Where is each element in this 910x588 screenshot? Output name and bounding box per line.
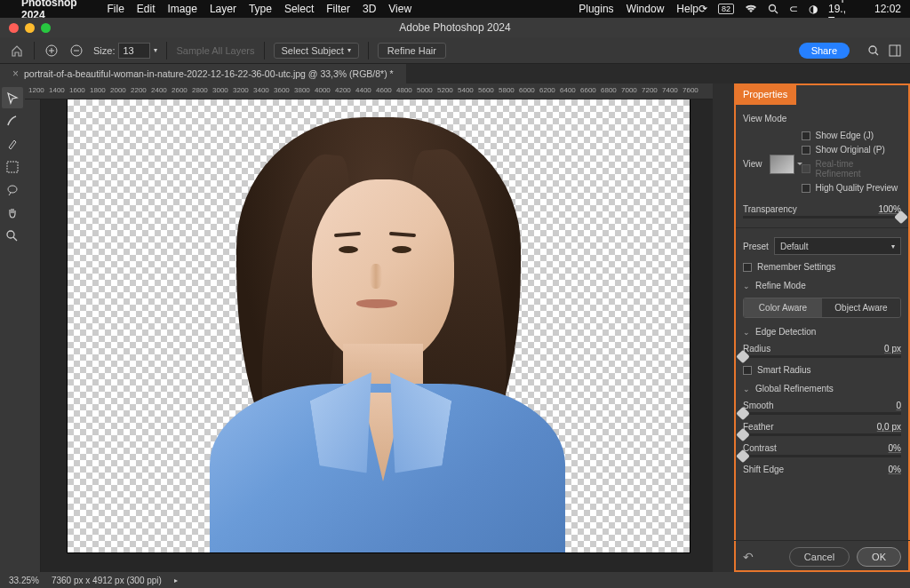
smooth-slider[interactable] (743, 412, 901, 415)
lasso-tool[interactable] (2, 179, 23, 201)
smooth-value[interactable]: 0 (896, 401, 901, 410)
refine-hair-button[interactable]: Refine Hair (378, 43, 446, 59)
status-bar: 33.25% 7360 px x 4912 px (300 ppi) ▸ (0, 572, 910, 588)
canvas-area[interactable] (41, 99, 713, 572)
menu-file[interactable]: File (107, 3, 124, 15)
brush-size-input[interactable] (118, 43, 150, 59)
doc-info-chevron-icon[interactable]: ▸ (174, 576, 178, 584)
menu-3d[interactable]: 3D (363, 3, 376, 15)
sample-all-layers-checkbox: Sample All Layers (176, 45, 254, 56)
quick-select-tool[interactable] (2, 87, 23, 108)
global-refinements-section[interactable]: ⌄Global Refinements (743, 384, 901, 393)
zoom-tool[interactable] (2, 226, 23, 247)
properties-tab[interactable]: Properties (734, 83, 796, 105)
high-quality-preview-checkbox[interactable] (802, 184, 810, 193)
view-mode-heading: View Mode (743, 114, 901, 123)
contrast-label: Contrast (743, 443, 777, 453)
sync-icon[interactable]: ⟳ (698, 3, 707, 15)
menu-filter[interactable]: Filter (326, 3, 350, 15)
search-icon[interactable] (768, 4, 778, 14)
shift-edge-label: Shift Edge (743, 465, 784, 474)
menu-image[interactable]: Image (168, 3, 197, 15)
view-label: View (743, 159, 762, 169)
horizontal-ruler[interactable]: 1200140016001800200022002400260028003000… (25, 83, 713, 99)
document-tab-bar: × portrait-of-a-beautiful-woman-in-natur… (0, 64, 910, 83)
document-tab[interactable]: × portrait-of-a-beautiful-woman-in-natur… (0, 64, 406, 83)
smart-radius-checkbox[interactable] (743, 366, 752, 375)
subtract-icon[interactable] (68, 43, 84, 59)
battery-icon[interactable]: 82 (718, 4, 734, 14)
menu-select[interactable]: Select (284, 3, 314, 15)
siri-icon[interactable]: ◑ (809, 3, 818, 15)
preset-label: Preset (743, 242, 769, 251)
realtime-refinement-checkbox (802, 164, 810, 173)
svg-rect-11 (7, 162, 18, 172)
workspace-icon[interactable] (889, 44, 901, 57)
cancel-button[interactable]: Cancel (789, 547, 850, 567)
minimize-window-button[interactable] (25, 23, 35, 33)
radius-value[interactable]: 0 px (884, 344, 901, 354)
svg-point-13 (7, 231, 14, 238)
preset-dropdown[interactable]: Default▾ (774, 237, 901, 255)
chevron-down-icon: ▾ (347, 46, 351, 54)
control-center-icon[interactable]: ⊂ (789, 3, 798, 15)
subject-portrait (165, 99, 592, 552)
menu-help[interactable]: Help (676, 3, 698, 15)
home-icon[interactable] (9, 43, 25, 59)
reset-icon[interactable]: ↶ (743, 550, 754, 564)
feather-value[interactable]: 0,0 px (877, 422, 901, 432)
radius-label: Radius (743, 344, 770, 354)
feather-slider[interactable] (743, 433, 901, 436)
window-title: Adobe Photoshop 2024 (0, 21, 910, 34)
menu-type[interactable]: Type (249, 3, 272, 15)
close-tab-icon[interactable]: × (12, 68, 19, 80)
transparency-slider[interactable] (743, 216, 901, 219)
size-label: Size: (93, 45, 115, 56)
menu-view[interactable]: View (388, 3, 411, 15)
color-aware-button[interactable]: Color Aware (744, 298, 822, 317)
show-edge-checkbox[interactable] (802, 131, 810, 140)
show-original-checkbox[interactable] (802, 146, 810, 155)
window-titlebar: Adobe Photoshop 2024 (0, 18, 910, 37)
svg-point-0 (770, 5, 776, 12)
edge-detection-section[interactable]: ⌄Edge Detection (743, 327, 901, 337)
collapsed-panel-strip[interactable] (713, 83, 734, 572)
menu-plugins[interactable]: Plugins (579, 3, 613, 15)
options-bar: Size: ▾ Sample All Layers Select Subject… (0, 37, 910, 64)
menu-edit[interactable]: Edit (137, 3, 156, 15)
transparency-label: Transparency (743, 204, 797, 214)
zoom-percentage[interactable]: 33.25% (9, 576, 39, 585)
tools-panel (0, 83, 25, 572)
object-select-tool[interactable] (2, 156, 23, 178)
ok-button[interactable]: OK (857, 547, 901, 567)
properties-panel: Properties View Mode View Show Edge (J) … (734, 83, 910, 572)
search-app-icon[interactable] (867, 44, 880, 57)
shift-edge-value[interactable]: 0% (889, 465, 901, 474)
radius-slider[interactable] (743, 355, 901, 358)
wifi-icon[interactable] (745, 4, 757, 13)
svg-point-7 (869, 46, 876, 53)
select-subject-button[interactable]: Select Subject ▾ (274, 43, 359, 59)
document-info[interactable]: 7360 px x 4912 px (300 ppi) (52, 576, 162, 585)
menu-window[interactable]: Window (627, 3, 665, 15)
svg-point-12 (8, 186, 17, 193)
share-button[interactable]: Share (799, 43, 850, 59)
brush-tool[interactable] (2, 133, 23, 155)
menu-layer[interactable]: Layer (210, 3, 236, 15)
hand-tool[interactable] (2, 203, 23, 224)
remember-settings-checkbox[interactable] (743, 263, 752, 272)
document-canvas[interactable] (68, 99, 690, 552)
object-aware-button[interactable]: Object Aware (822, 298, 900, 317)
close-window-button[interactable] (9, 23, 19, 33)
menu-time[interactable]: 12:02 (874, 3, 901, 15)
maximize-window-button[interactable] (41, 23, 51, 33)
contrast-value[interactable]: 0% (889, 443, 901, 453)
mac-menu-bar: Photoshop 2024 File Edit Image Layer Typ… (0, 0, 910, 18)
vertical-ruler[interactable] (25, 99, 41, 572)
refine-mode-section[interactable]: ⌄Refine Mode (743, 281, 901, 290)
contrast-slider[interactable] (743, 455, 901, 457)
view-thumbnail-dropdown[interactable] (770, 155, 794, 174)
add-subtract-icon[interactable] (44, 43, 60, 59)
size-dropdown-icon[interactable]: ▾ (154, 46, 157, 54)
refine-edge-brush-tool[interactable] (2, 110, 23, 131)
